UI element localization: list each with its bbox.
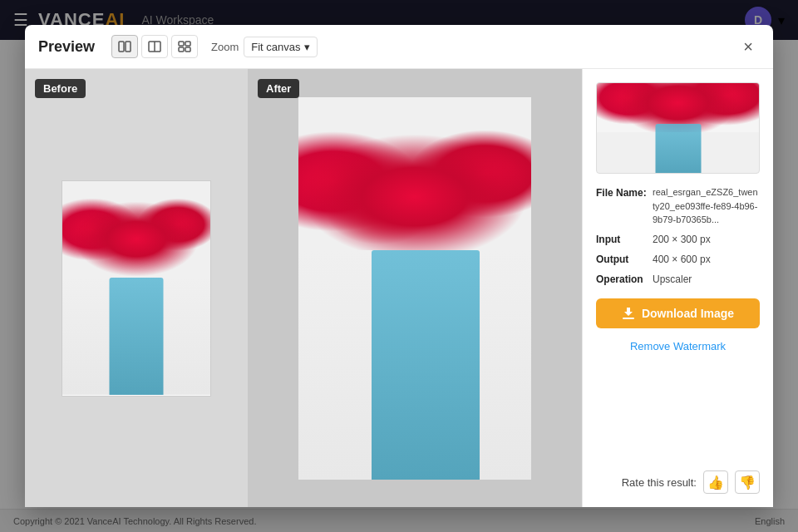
output-value: 400 × 600 px <box>653 252 711 267</box>
zoom-select[interactable]: Fit canvas ▾ <box>244 37 317 57</box>
operation-row: Operation Upscaler <box>596 272 760 287</box>
before-flowers <box>62 181 210 278</box>
svg-rect-8 <box>623 318 634 319</box>
before-figure <box>110 278 164 396</box>
thumbnail-figure <box>655 124 701 173</box>
view-single-button[interactable] <box>141 35 168 58</box>
download-button[interactable]: Download Image <box>596 298 760 328</box>
svg-rect-6 <box>179 47 184 52</box>
after-flowers <box>298 97 531 250</box>
modal-body: Before After <box>25 69 773 507</box>
side-by-side-icon <box>118 41 131 52</box>
before-lower <box>62 278 210 396</box>
zoom-chevron-icon: ▾ <box>304 41 310 53</box>
zoom-label: Zoom <box>211 41 239 53</box>
after-label: After <box>258 79 299 98</box>
svg-rect-7 <box>185 47 190 52</box>
rate-section: Rate this result: 👍 👎 <box>596 470 760 494</box>
modal-overlay: Preview <box>0 0 798 532</box>
output-label: Output <box>596 252 653 267</box>
thumbs-up-button[interactable]: 👍 <box>703 470 728 494</box>
view-toggle-group <box>111 35 198 58</box>
thumbnail <box>596 82 760 174</box>
modal-header: Preview <box>25 25 773 69</box>
after-image <box>298 97 531 480</box>
single-view-icon <box>148 41 161 52</box>
after-lower <box>298 250 531 480</box>
input-row: Input 200 × 300 px <box>596 232 760 247</box>
download-icon <box>622 307 635 320</box>
svg-rect-1 <box>126 42 131 52</box>
input-value: 200 × 300 px <box>653 232 711 247</box>
file-info: File Name: real_esrgan_eZSZ6_twenty20_ee… <box>596 185 760 287</box>
thumbs-up-icon: 👍 <box>707 475 724 490</box>
before-image <box>62 180 211 397</box>
file-name-row: File Name: real_esrgan_eZSZ6_twenty20_ee… <box>596 185 760 227</box>
modal-title: Preview <box>38 38 95 56</box>
grid-view-icon <box>178 41 191 52</box>
svg-rect-0 <box>119 42 124 52</box>
preview-modal: Preview <box>25 25 773 507</box>
before-label: Before <box>35 79 86 98</box>
operation-label: Operation <box>596 272 653 287</box>
svg-rect-4 <box>179 42 184 46</box>
before-panel: Before <box>25 69 248 507</box>
view-grid-button[interactable] <box>171 35 198 58</box>
rate-label: Rate this result: <box>622 476 697 489</box>
close-button[interactable]: × <box>736 35 760 58</box>
operation-value: Upscaler <box>653 272 692 287</box>
output-row: Output 400 × 600 px <box>596 252 760 267</box>
zoom-value: Fit canvas <box>251 41 300 53</box>
remove-watermark-link[interactable]: Remove Watermark <box>596 340 760 352</box>
file-name-label: File Name: <box>596 185 653 227</box>
sidebar: File Name: real_esrgan_eZSZ6_twenty20_ee… <box>582 69 773 507</box>
after-figure <box>372 250 480 480</box>
file-name-value: real_esrgan_eZSZ6_twenty20_ee093ffe-fe89… <box>653 185 760 227</box>
zoom-section: Zoom Fit canvas ▾ <box>211 37 317 57</box>
input-label: Input <box>596 232 653 247</box>
view-side-by-side-button[interactable] <box>111 35 138 58</box>
thumbs-down-icon: 👎 <box>739 475 756 490</box>
preview-area: Before After <box>25 69 582 507</box>
svg-rect-5 <box>185 42 190 46</box>
download-button-label: Download Image <box>642 307 734 320</box>
after-panel: After <box>248 69 582 507</box>
thumbs-down-button[interactable]: 👎 <box>735 470 760 494</box>
